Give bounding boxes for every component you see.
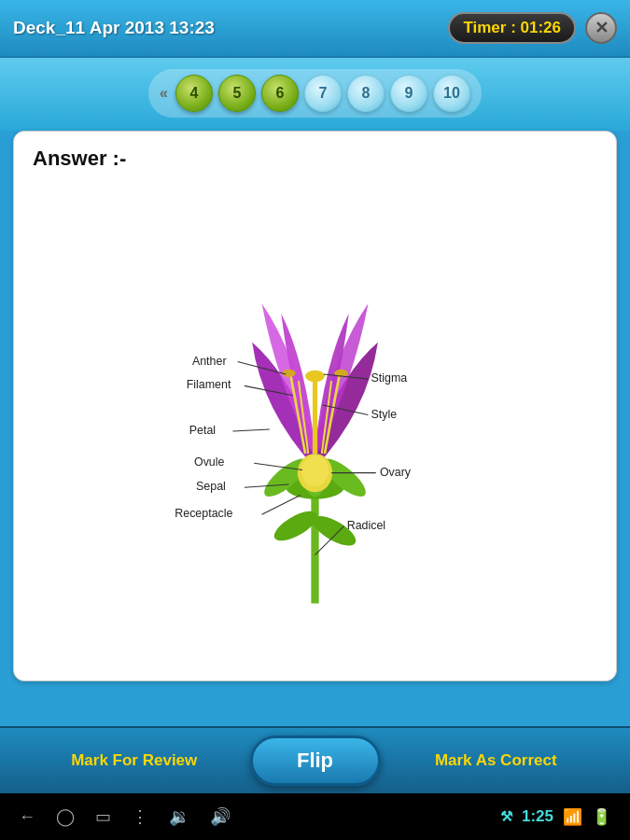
home-icon[interactable]: ◯ [56,806,75,827]
svg-point-8 [301,455,329,486]
navigation-area: « 4 5 6 7 8 9 10 [0,58,630,131]
volume-down-icon[interactable]: 🔉 [169,806,189,827]
flip-button[interactable]: Flip [250,735,381,786]
svg-line-33 [262,495,301,514]
nav-pill-7[interactable]: 7 [304,75,342,112]
svg-text:Filament: Filament [187,378,231,391]
deck-title: Deck_11 Apr 2013 13:23 [13,18,215,38]
menu-icon[interactable]: ⋮ [132,806,148,827]
battery-icon: 🔋 [592,807,611,827]
nav-back-button[interactable]: « [160,85,168,102]
system-time: 1:25 [522,807,553,826]
svg-text:Radicel: Radicel [347,519,385,532]
volume-up-icon[interactable]: 🔊 [210,806,231,827]
header-right: Timer : 01:26 ✕ [448,12,617,44]
flower-diagram: Anther Filament Stigma Style Petal Ovule… [23,188,607,671]
nav-pill-10[interactable]: 10 [433,75,470,112]
recents-icon[interactable]: ▭ [95,806,111,827]
sys-nav-right: ⚒ 1:25 📶 🔋 [500,807,611,827]
svg-text:Sepal: Sepal [196,480,226,493]
mark-review-button[interactable]: Mark For Review [19,751,250,770]
wifi-icon: 📶 [563,807,582,827]
content-card: Answer :- [13,131,617,681]
system-nav-bar: ← ◯ ▭ ⋮ 🔉 🔊 ⚒ 1:25 📶 🔋 [0,793,630,840]
svg-text:Receptacle: Receptacle [175,507,232,520]
svg-text:Ovary: Ovary [380,466,412,479]
bottom-action-bar: Mark For Review Flip Mark As Correct [0,726,630,793]
svg-text:Stigma: Stigma [371,371,408,385]
nav-pills-container: « 4 5 6 7 8 9 10 [148,69,482,118]
sys-nav-left: ← ◯ ▭ ⋮ 🔉 🔊 [19,806,231,827]
timer-badge: Timer : 01:26 [448,12,576,44]
svg-text:Anther: Anther [192,355,227,368]
svg-text:Style: Style [371,408,398,421]
nav-pill-5[interactable]: 5 [218,75,256,112]
svg-point-10 [305,371,325,382]
close-button[interactable]: ✕ [585,12,617,44]
back-icon[interactable]: ← [19,807,35,827]
app-header: Deck_11 Apr 2013 13:23 Timer : 01:26 ✕ [0,0,630,58]
svg-line-25 [232,429,269,431]
nav-pill-9[interactable]: 9 [390,75,427,112]
flower-svg: Anther Filament Stigma Style Petal Ovule… [23,188,607,671]
nav-pill-8[interactable]: 8 [347,75,385,112]
svg-text:Petal: Petal [189,424,216,437]
nav-pill-6[interactable]: 6 [261,75,299,112]
mark-correct-button[interactable]: Mark As Correct [381,751,612,770]
svg-text:Ovule: Ovule [194,455,225,469]
answer-label: Answer :- [14,132,616,171]
android-icon: ⚒ [500,808,512,825]
nav-pill-4[interactable]: 4 [175,75,213,112]
